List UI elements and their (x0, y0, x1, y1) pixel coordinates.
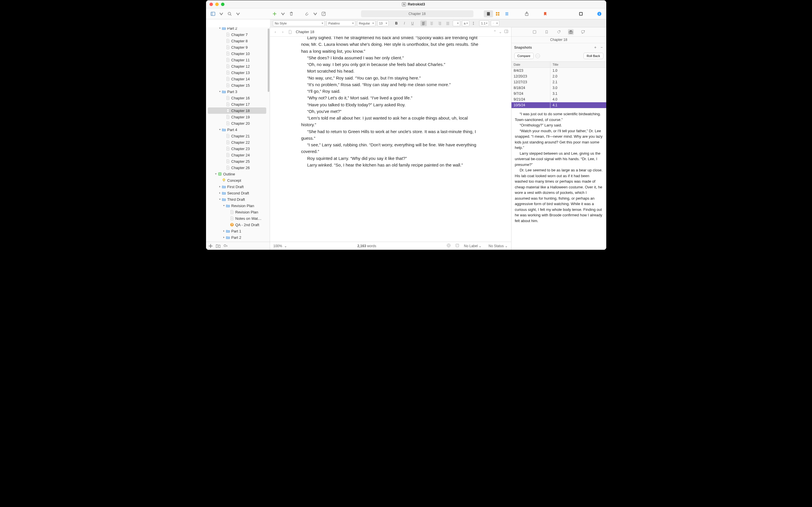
align-center-button[interactable] (429, 20, 435, 26)
binder-scrollbar[interactable] (268, 29, 269, 92)
header-down-button[interactable]: ⌄ (499, 30, 502, 34)
editor-paragraph[interactable]: Roy squinted at Larry. “Why did you say … (301, 155, 480, 162)
binder-item[interactable]: Chapter 18 (208, 107, 266, 114)
snapshots-date-header[interactable]: Date (511, 62, 550, 67)
disclosure-triangle-icon[interactable] (218, 128, 222, 131)
binder-item[interactable]: Revision Plan (208, 209, 266, 215)
font-family-select[interactable]: Palatino (326, 20, 355, 26)
nav-back-button[interactable]: ‹ (273, 30, 278, 34)
binder-item[interactable]: First Draft (208, 183, 266, 190)
disclosure-triangle-icon[interactable] (218, 27, 222, 30)
underline-button[interactable]: U (410, 20, 416, 26)
editor-paragraph[interactable]: “She does? I kinda assumed I was her onl… (301, 54, 480, 61)
binder-settings-button[interactable] (223, 244, 228, 248)
binder-item[interactable]: Chapter 7 (208, 32, 266, 38)
binder-item[interactable]: Chapter 16 (208, 95, 266, 101)
binder-item[interactable]: Chapter 17 (208, 101, 266, 107)
compare-options-button[interactable]: ⋯ (535, 54, 540, 58)
binder-item[interactable]: Chapter 24 (208, 152, 266, 158)
inspector-toggle-button[interactable]: i (595, 10, 603, 17)
snapshot-preview[interactable]: “I was just out to do some scientific bi… (511, 108, 606, 250)
bold-button[interactable]: B (393, 20, 400, 26)
close-window-button[interactable] (210, 3, 213, 6)
binder-item[interactable]: Notes on Wat… (208, 215, 266, 222)
binder-add-button[interactable] (208, 244, 213, 248)
view-corkboard-button[interactable] (493, 10, 502, 17)
disclosure-triangle-icon[interactable] (218, 90, 222, 93)
binder-item[interactable]: Part 4 (208, 126, 266, 133)
disclosure-triangle-icon[interactable] (222, 204, 226, 208)
binder-item[interactable]: Chapter 13 (208, 69, 266, 76)
inspector-notes-tab[interactable] (532, 29, 537, 35)
binder-item[interactable]: Outline (208, 171, 266, 177)
binder-item[interactable]: ?QA - 2nd Draft (208, 222, 266, 228)
inspector-comments-tab[interactable] (580, 29, 586, 35)
binder-item[interactable]: Chapter 26 (208, 165, 266, 171)
binder-item[interactable]: Chapter 10 (208, 50, 266, 57)
binder-item[interactable]: Chapter 9 (208, 44, 266, 50)
quick-search-bar[interactable]: Chapter 18 (361, 10, 474, 17)
compare-button[interactable]: Compare (515, 53, 534, 59)
editor-paragraph[interactable]: “She had to return to Green Hills to wor… (301, 128, 480, 142)
editor-paragraph[interactable]: “Have you talked to Elody today?” Larry … (301, 101, 480, 108)
inspector-snapshots-tab[interactable] (568, 29, 574, 35)
editor-paragraph[interactable]: “I'll go,” Roy said. (301, 88, 480, 95)
attach-button[interactable] (303, 10, 311, 17)
search-menu-button[interactable] (236, 10, 240, 17)
binder-sidebar[interactable]: Part 2Chapter 7Chapter 8Chapter 9Chapter… (206, 27, 270, 250)
disclosure-triangle-icon[interactable] (218, 198, 222, 201)
snapshot-add-button[interactable]: ＋ (594, 45, 597, 50)
paragraph-style-select[interactable]: No Style (273, 20, 325, 26)
word-count[interactable]: 2,163 words (357, 244, 376, 248)
disclosure-triangle-icon[interactable] (214, 172, 218, 176)
zoom-select[interactable]: 100% ⌄ (273, 244, 287, 248)
font-weight-select[interactable]: Regular (357, 20, 375, 26)
disclosure-triangle-icon[interactable] (218, 185, 222, 188)
binder-item[interactable]: Revision Plan (208, 203, 266, 209)
binder-item[interactable]: Chapter 21 (208, 133, 266, 139)
binder-item[interactable]: Chapter 22 (208, 139, 266, 146)
minimize-window-button[interactable] (215, 3, 219, 6)
binder-item[interactable]: Chapter 23 (208, 146, 266, 152)
bookmark-button[interactable] (541, 10, 549, 17)
editor-paragraph[interactable]: “Why not? Let's do it,” Mort said. “I've… (301, 95, 480, 101)
binder-item[interactable]: Second Draft (208, 190, 266, 196)
rollback-button[interactable]: Roll Back (584, 53, 603, 59)
binder-item[interactable]: Part 2 (208, 27, 266, 32)
view-outline-button[interactable] (502, 10, 511, 17)
text-color-select[interactable]: a (462, 20, 470, 26)
editor-paragraph[interactable]: Larry sighed. Then he straightened his b… (301, 37, 480, 54)
list-select[interactable] (491, 20, 499, 26)
editor-paragraph[interactable]: “I see,” Larry said, rubbing chin. “Don'… (301, 142, 480, 155)
disclosure-triangle-icon[interactable] (222, 236, 226, 239)
nav-forward-button[interactable]: › (280, 30, 285, 34)
search-button[interactable] (226, 10, 234, 17)
editor-paragraph[interactable]: Mort scratched his head. (301, 68, 480, 74)
align-justify-button[interactable] (445, 20, 451, 26)
attach-menu-button[interactable] (313, 10, 317, 17)
snapshot-row[interactable]: 9/7/243.1 (511, 91, 606, 97)
add-menu-button[interactable] (281, 10, 285, 17)
editor-body[interactable]: Larry sighed. Then he straightened his b… (270, 37, 511, 242)
snapshot-row[interactable]: 8/4/231.0 (511, 68, 606, 73)
binder-item[interactable]: Part 2 (208, 234, 266, 240)
binder-menu-button[interactable] (219, 10, 223, 17)
snapshot-row[interactable]: 12/27/232.1 (511, 79, 606, 85)
status-select[interactable]: No Status ⌄ (488, 244, 507, 248)
editor-paragraph[interactable]: “It's no problem,” Rosa said. “Roy can s… (301, 81, 480, 88)
binder-item[interactable]: Part 3 (208, 89, 266, 95)
snapshot-row[interactable]: 12/20/232.0 (511, 73, 606, 79)
align-right-button[interactable] (437, 20, 443, 26)
binder-item[interactable]: Third Draft (208, 196, 266, 203)
editor-paragraph[interactable]: “Lem's told me all about her. I just wan… (301, 115, 480, 128)
align-menu[interactable] (453, 20, 460, 26)
binder-item[interactable]: Chapter 8 (208, 38, 266, 44)
editor-paragraph[interactable]: “No way, unc,” Roy said. “You can go, bu… (301, 75, 480, 81)
editor-paragraph[interactable]: Larry winked. “So, I hear the kitchen ha… (301, 162, 480, 168)
editor-paragraph[interactable]: “Oh, no way. I bet you only got in becau… (301, 61, 480, 68)
disclosure-triangle-icon[interactable] (222, 229, 226, 233)
binder-item[interactable]: Chapter 15 (208, 82, 266, 89)
binder-item[interactable]: Chapter 20 (208, 120, 266, 126)
snapshot-row[interactable]: 8/18/243.0 (511, 85, 606, 91)
inspector-bookmarks-tab[interactable] (544, 29, 549, 35)
